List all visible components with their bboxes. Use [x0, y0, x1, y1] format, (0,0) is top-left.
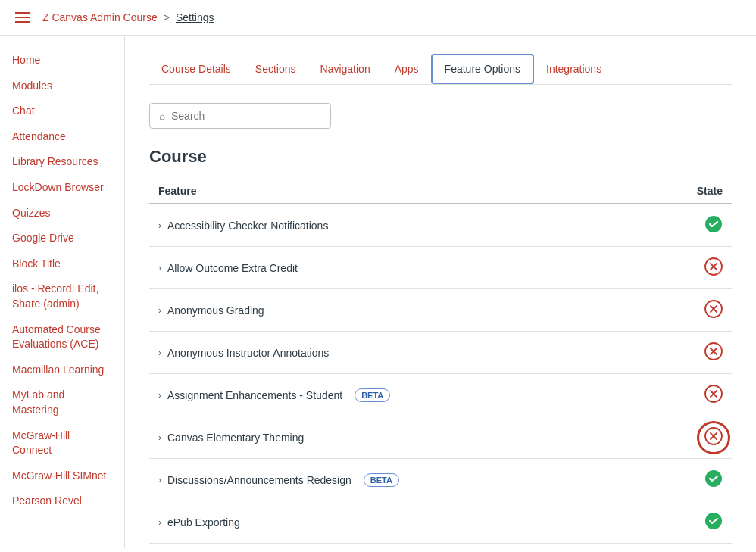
chevron-icon: ›	[158, 517, 161, 528]
column-header-state: State	[697, 185, 723, 197]
feature-left: ›Accessibility Checker Notifications	[158, 220, 328, 232]
chevron-icon: ›	[158, 475, 161, 485]
beta-badge: BETA	[355, 388, 390, 402]
sidebar-item-pearson-revel[interactable]: Pearson Revel	[0, 488, 124, 514]
sidebar: HomeModulesChatAttendanceLibrary Resourc…	[0, 36, 125, 548]
sidebar-item-block-title[interactable]: Block Title	[0, 251, 124, 277]
beta-badge: BETA	[364, 473, 399, 487]
state-icon[interactable]	[704, 215, 723, 235]
feature-row[interactable]: ›Discussions/Announcements RedesignBETA	[149, 459, 732, 501]
feature-row[interactable]: ›Canvas Elementary Theming	[149, 416, 732, 459]
breadcrumb: Z Canvas Admin Course > Settings	[42, 11, 214, 23]
chevron-icon: ›	[158, 390, 161, 401]
course-link[interactable]: Z Canvas Admin Course	[42, 11, 158, 23]
feature-left: ›Canvas Elementary Theming	[158, 432, 304, 444]
sidebar-item-mcgraw-simnet[interactable]: McGraw-Hill SIMnet	[0, 463, 124, 489]
sidebar-item-attendance[interactable]: Attendance	[0, 124, 124, 150]
search-wrapper: ⌕	[149, 103, 331, 129]
chevron-icon: ›	[158, 220, 161, 231]
tab-sections[interactable]: Sections	[243, 55, 308, 83]
section-title: Course	[149, 147, 732, 167]
feature-name: Assignment Enhancements - Student	[167, 389, 342, 401]
breadcrumb-separator: >	[164, 11, 170, 23]
sidebar-item-lockdown-browser[interactable]: LockDown Browser	[0, 175, 124, 201]
tab-navigation[interactable]: Navigation	[308, 55, 383, 83]
sidebar-item-mcgraw-connect[interactable]: McGraw-Hill Connect	[0, 423, 124, 463]
chevron-icon: ›	[158, 432, 161, 443]
tab-feature-options[interactable]: Feature Options	[431, 54, 534, 84]
state-icon[interactable]	[704, 257, 723, 278]
sidebar-item-ilos[interactable]: ilos - Record, Edit, Share (admin)	[0, 276, 124, 317]
feature-table: Feature State ›Accessibility Checker Not…	[149, 179, 732, 548]
tab-integrations[interactable]: Integrations	[534, 55, 614, 83]
feature-row[interactable]: ›Allow Outcome Extra Credit	[149, 247, 732, 289]
layout: HomeModulesChatAttendanceLibrary Resourc…	[0, 36, 756, 548]
table-header: Feature State	[149, 179, 732, 204]
sidebar-item-library-resources[interactable]: Library Resources	[0, 149, 124, 175]
sidebar-item-mylab[interactable]: MyLab and Mastering	[0, 382, 124, 423]
sidebar-item-quizzes[interactable]: Quizzes	[0, 201, 124, 226]
state-icon[interactable]	[704, 427, 723, 448]
state-icon[interactable]	[704, 469, 723, 490]
feature-left: ›ePub Exporting	[158, 516, 240, 529]
feature-row[interactable]: ›ePub Exporting	[149, 501, 732, 544]
search-input[interactable]	[171, 110, 321, 122]
feature-row[interactable]: ›Assignment Enhancements - StudentBETA	[149, 374, 732, 416]
feature-name: Canvas Elementary Theming	[167, 432, 304, 444]
chevron-icon: ›	[158, 263, 161, 273]
sidebar-item-chat[interactable]: Chat	[0, 98, 124, 124]
feature-left: ›Allow Outcome Extra Credit	[158, 262, 298, 274]
sidebar-item-ace[interactable]: Automated Course Evaluations (ACE)	[0, 317, 124, 357]
column-header-feature: Feature	[158, 185, 197, 197]
feature-row[interactable]: ›Anonymous Grading	[149, 289, 732, 332]
header: Z Canvas Admin Course > Settings	[0, 0, 756, 36]
search-icon: ⌕	[159, 110, 165, 122]
feature-left: ›Discussions/Announcements RedesignBETA	[158, 473, 399, 487]
tabs-container: Course DetailsSectionsNavigationAppsFeat…	[149, 54, 732, 85]
chevron-icon: ›	[158, 305, 161, 316]
feature-left: ›Anonymous Instructor Annotations	[158, 347, 329, 359]
state-icon[interactable]	[704, 512, 723, 532]
feature-name: Discussions/Announcements Redesign	[167, 474, 351, 486]
state-icon[interactable]	[704, 385, 723, 405]
feature-name: Allow Outcome Extra Credit	[167, 262, 298, 274]
sidebar-item-macmillan-learning[interactable]: Macmillan Learning	[0, 357, 124, 383]
state-icon[interactable]	[704, 342, 723, 363]
main-content: Course DetailsSectionsNavigationAppsFeat…	[125, 36, 756, 548]
feature-row[interactable]: ›Anonymous Instructor Annotations	[149, 332, 732, 374]
tab-course-details[interactable]: Course Details	[149, 55, 243, 83]
feature-name: Accessibility Checker Notifications	[167, 220, 328, 232]
state-icon[interactable]	[704, 300, 723, 320]
feature-name: Anonymous Grading	[167, 304, 264, 317]
feature-name: ePub Exporting	[167, 516, 240, 529]
feature-name: Anonymous Instructor Annotations	[167, 347, 329, 359]
hamburger-menu[interactable]	[12, 9, 33, 26]
feature-left: ›Anonymous Grading	[158, 304, 264, 317]
tab-apps[interactable]: Apps	[383, 55, 431, 83]
feature-left: ›Assignment Enhancements - StudentBETA	[158, 388, 390, 402]
chevron-icon: ›	[158, 348, 161, 358]
breadcrumb-current: Settings	[176, 11, 214, 23]
feature-row[interactable]: ›External Collaborations Tool	[149, 544, 732, 548]
sidebar-item-google-drive[interactable]: Google Drive	[0, 226, 124, 251]
feature-row[interactable]: ›Accessibility Checker Notifications	[149, 204, 732, 247]
sidebar-item-modules[interactable]: Modules	[0, 73, 124, 99]
sidebar-item-home[interactable]: Home	[0, 48, 124, 73]
search-container: ⌕	[149, 103, 732, 129]
